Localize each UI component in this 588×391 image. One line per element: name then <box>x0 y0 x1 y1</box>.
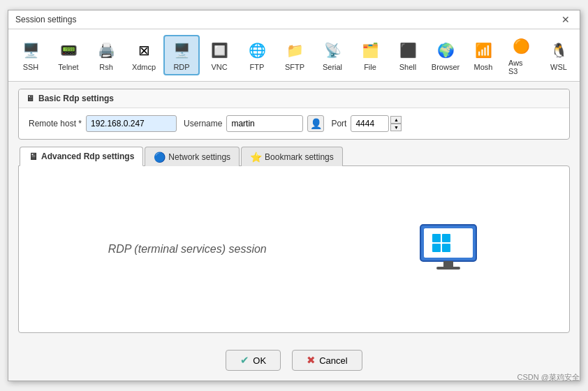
dialog-footer: ✔ OK ✖ Cancel <box>8 340 580 381</box>
toolbar-label-mosh: Mosh <box>474 63 493 71</box>
toolbar-label-vnc: VNC <box>211 63 227 71</box>
toolbar-item-rdp[interactable]: 🖥️RDP <box>163 35 200 75</box>
mosh-icon: 📶 <box>472 39 494 61</box>
svg-rect-3 <box>442 234 450 242</box>
awss3-icon: 🟠 <box>510 35 532 57</box>
cancel-button[interactable]: ✖ Cancel <box>292 350 362 371</box>
tab-label-advanced: Advanced Rdp settings <box>41 152 134 161</box>
tab-icon-network: 🔵 <box>154 152 166 163</box>
tab-bookmark[interactable]: ⭐Bookmark settings <box>241 147 343 166</box>
svg-rect-6 <box>443 261 453 267</box>
toolbar-label-file: File <box>364 63 376 71</box>
shell-icon: ⬛ <box>397 39 419 61</box>
ftp-icon: 🌐 <box>246 39 268 61</box>
port-spinner: ▲ ▼ <box>390 116 402 131</box>
toolbar-item-browser[interactable]: 🌍Browser <box>427 36 464 74</box>
basic-rdp-body: Remote host * Username 👤 Port ▲ ▼ <box>19 108 569 139</box>
port-spin-up[interactable]: ▲ <box>390 116 402 124</box>
user-browse-button[interactable]: 👤 <box>307 115 324 132</box>
tab-label-bookmark: Bookmark settings <box>265 152 334 162</box>
toolbar-label-wsl: WSL <box>550 63 567 71</box>
session-settings-dialog: Session settings ✕ 🖥️SSH📟Telnet🖨️Rsh⊠Xdm… <box>8 10 580 381</box>
ssh-icon: 🖥️ <box>20 39 42 61</box>
svg-rect-2 <box>432 234 441 242</box>
dialog-title: Session settings <box>15 15 76 24</box>
wsl-icon: 🐧 <box>547 39 570 61</box>
toolbar-label-telnet: Telnet <box>58 63 78 71</box>
rdp-session-label: RDP (terminal services) session <box>108 243 267 256</box>
toolbar-item-file[interactable]: 🗂️File <box>352 36 388 74</box>
toolbar-item-serial[interactable]: 📡Serial <box>314 36 351 74</box>
protocol-toolbar: 🖥️SSH📟Telnet🖨️Rsh⊠Xdmcp🖥️RDP🔲VNC🌐FTP📁SFT… <box>8 29 580 82</box>
watermark: CSDN @菜鸡安全 <box>517 372 580 383</box>
telnet-icon: 📟 <box>57 39 80 61</box>
toolbar-label-browser: Browser <box>432 63 460 71</box>
tab-label-network: Network settings <box>168 152 230 162</box>
cancel-label: Cancel <box>319 355 347 366</box>
title-bar: Session settings ✕ <box>8 10 580 29</box>
main-content: 🖥 Basic Rdp settings Remote host * Usern… <box>8 82 580 340</box>
xdmcp-icon: ⊠ <box>133 39 155 61</box>
ok-label: OK <box>253 355 266 366</box>
rdp-monitor-icon <box>417 221 480 277</box>
username-label: Username <box>184 119 222 128</box>
toolbar-item-ftp[interactable]: 🌐FTP <box>239 36 275 74</box>
toolbar-label-sftp: SFTP <box>285 63 304 71</box>
tab-advanced[interactable]: 🖥Advanced Rdp settings <box>20 147 143 166</box>
toolbar-item-telnet[interactable]: 📟Telnet <box>50 36 87 74</box>
basic-rdp-title: Basic Rdp settings <box>38 94 114 103</box>
port-group: Port ▲ ▼ <box>331 115 402 132</box>
toolbar-label-ssh: SSH <box>23 63 39 71</box>
remote-host-group: Remote host * <box>29 115 177 132</box>
port-input[interactable] <box>351 115 389 132</box>
toolbar-item-awss3[interactable]: 🟠Aws S3 <box>503 32 539 78</box>
browser-icon: 🌍 <box>434 39 457 61</box>
toolbar-label-shell: Shell <box>399 63 416 71</box>
toolbar-label-awss3: Aws S3 <box>508 59 534 75</box>
tab-icon-bookmark: ⭐ <box>250 152 262 163</box>
toolbar-label-rdp: RDP <box>173 63 189 71</box>
tab-panel: RDP (terminal services) session <box>18 165 570 333</box>
toolbar-item-sftp[interactable]: 📁SFTP <box>277 36 313 74</box>
vnc-icon: 🔲 <box>208 39 230 61</box>
toolbar-item-mosh[interactable]: 📶Mosh <box>465 36 501 74</box>
ok-icon: ✔ <box>240 354 249 367</box>
sftp-icon: 📁 <box>284 39 306 61</box>
basic-rdp-section: 🖥 Basic Rdp settings Remote host * Usern… <box>18 89 570 140</box>
basic-rdp-header: 🖥 Basic Rdp settings <box>19 89 569 108</box>
toolbar-item-xdmcp[interactable]: ⊠Xdmcp <box>126 36 162 74</box>
ok-button[interactable]: ✔ OK <box>226 350 281 371</box>
svg-rect-7 <box>436 267 460 270</box>
port-label: Port <box>331 119 346 128</box>
toolbar-label-rsh: Rsh <box>99 63 113 71</box>
remote-host-label: Remote host * <box>29 119 82 128</box>
toolbar-item-vnc[interactable]: 🔲VNC <box>201 36 237 74</box>
toolbar-label-xdmcp: Xdmcp <box>132 63 156 71</box>
cancel-icon: ✖ <box>307 354 316 367</box>
remote-host-input[interactable] <box>86 115 177 132</box>
basic-rdp-icon: 🖥 <box>26 94 34 103</box>
rdp-icon: 🖥️ <box>170 39 193 61</box>
svg-rect-4 <box>432 244 441 252</box>
toolbar-label-ftp: FTP <box>250 63 265 71</box>
username-input[interactable] <box>226 115 303 132</box>
settings-tabs: 🖥Advanced Rdp settings🔵Network settings⭐… <box>18 147 570 166</box>
toolbar-item-ssh[interactable]: 🖥️SSH <box>13 36 49 74</box>
rsh-icon: 🖨️ <box>95 39 117 61</box>
tab-icon-advanced: 🖥 <box>29 151 38 162</box>
toolbar-item-rsh[interactable]: 🖨️Rsh <box>88 36 124 74</box>
tab-network[interactable]: 🔵Network settings <box>145 147 240 166</box>
svg-rect-1 <box>424 228 473 258</box>
toolbar-item-shell[interactable]: ⬛Shell <box>390 36 426 74</box>
toolbar-label-serial: Serial <box>323 63 342 71</box>
close-button[interactable]: ✕ <box>559 15 573 24</box>
serial-icon: 📡 <box>321 39 344 61</box>
port-spin-down[interactable]: ▼ <box>390 124 402 131</box>
username-group: Username 👤 <box>184 115 324 132</box>
svg-rect-5 <box>442 244 450 252</box>
file-icon: 🗂️ <box>359 39 381 61</box>
toolbar-item-wsl[interactable]: 🐧WSL <box>541 36 577 74</box>
